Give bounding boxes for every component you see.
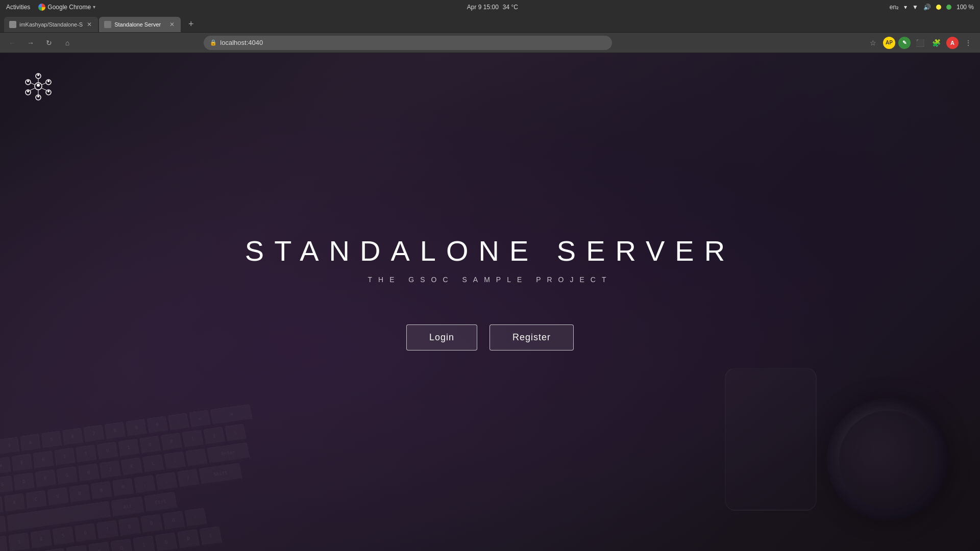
- url-text: localhost:4040: [220, 39, 263, 46]
- back-button[interactable]: ←: [5, 36, 19, 50]
- indicator-yellow: [936, 5, 941, 10]
- extension-3-button[interactable]: ⬛: [914, 36, 927, 49]
- address-bar: ← → ↻ ⌂ 🔒 localhost:4040 ☆ AP ✎ ⬛ 🧩 A ⋮: [0, 32, 980, 53]
- toolbar-right: ☆ AP ✎ ⬛ 🧩 A ⋮: [867, 36, 975, 49]
- login-button[interactable]: Login: [406, 324, 477, 350]
- network-icon: ▼: [912, 4, 918, 11]
- tab-2-title: Standalone Server: [114, 21, 165, 28]
- bookmark-button[interactable]: ☆: [867, 36, 880, 49]
- extension-2-button[interactable]: ✎: [898, 37, 911, 49]
- chrome-dropdown-icon: ▾: [93, 4, 95, 10]
- temperature-label: 34 °C: [503, 4, 518, 11]
- hero-title: STANDALONE SERVER: [245, 234, 735, 267]
- tab-1[interactable]: imKashyap/Standalone-S ✕: [4, 17, 98, 32]
- forward-button[interactable]: →: [23, 36, 38, 50]
- tab-1-favicon: [9, 21, 16, 28]
- profile-button[interactable]: A: [946, 37, 959, 49]
- battery-label: 100 %: [957, 4, 974, 11]
- browser-chrome: imKashyap/Standalone-S ✕ Standalone Serv…: [0, 14, 980, 53]
- hero-buttons: Login Register: [406, 324, 574, 350]
- hero-content: STANDALONE SERVER THE GSOC SAMPLE PROJEC…: [0, 53, 980, 551]
- hero-subtitle: THE GSOC SAMPLE PROJECT: [368, 276, 612, 284]
- extension-1-button[interactable]: AP: [883, 37, 895, 49]
- volume-icon: 🔊: [923, 4, 931, 11]
- os-topbar: Activities Google Chrome ▾ Apr 9 15:00 3…: [0, 0, 980, 14]
- chrome-label-text: Google Chrome: [47, 4, 91, 11]
- tab-2-favicon: [104, 21, 111, 28]
- home-button[interactable]: ⌂: [60, 36, 75, 50]
- page-content: ~12 345 678 90- =⌫ TabQW ERT YUI OP[ ]\ …: [0, 53, 980, 551]
- chrome-icon: [38, 4, 45, 11]
- reload-button[interactable]: ↻: [42, 36, 56, 50]
- lock-icon: 🔒: [210, 39, 217, 46]
- language-label[interactable]: en₂: [890, 4, 899, 11]
- register-button[interactable]: Register: [489, 324, 574, 350]
- tab-1-title: imKashyap/Standalone-S: [19, 21, 83, 28]
- tab-1-close[interactable]: ✕: [86, 20, 93, 29]
- url-bar[interactable]: 🔒 localhost:4040: [204, 36, 612, 50]
- menu-button[interactable]: ⋮: [962, 36, 975, 49]
- extensions-button[interactable]: 🧩: [930, 36, 943, 49]
- datetime-label: Apr 9 15:00: [467, 4, 499, 11]
- tab-bar: imKashyap/Standalone-S ✕ Standalone Serv…: [0, 14, 980, 32]
- indicator-green: [946, 5, 951, 10]
- chrome-menu[interactable]: Google Chrome ▾: [38, 4, 95, 11]
- dropdown-icon: ▾: [904, 4, 907, 11]
- new-tab-button[interactable]: +: [184, 17, 198, 31]
- tab-2-close[interactable]: ✕: [168, 20, 176, 29]
- tab-2[interactable]: Standalone Server ✕: [99, 17, 181, 32]
- activities-label[interactable]: Activities: [6, 4, 30, 11]
